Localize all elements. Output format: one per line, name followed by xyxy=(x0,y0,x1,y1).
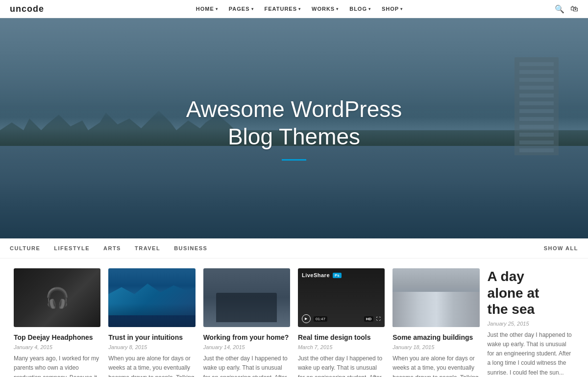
post-6-excerpt: Just the other day I happened to wake up… xyxy=(488,330,574,377)
video-controls: ▶ 01:47 HD ⛶ xyxy=(302,314,381,323)
post-5-date: January 18, 2015 xyxy=(392,344,479,350)
video-overlay: LiveShare Ps ▶ 01:47 HD ⛶ xyxy=(298,268,385,327)
post-5-excerpt: When you are alone for days or weeks at … xyxy=(392,354,479,377)
hero-title: Awesome WordPress Blog Themes xyxy=(186,96,402,150)
play-button[interactable]: ▶ xyxy=(302,314,311,323)
dot-2 xyxy=(430,322,433,325)
dot-5 xyxy=(443,322,446,325)
post-6-date: January 25, 2015 xyxy=(488,321,574,327)
fullscreen-icon[interactable]: ⛶ xyxy=(376,316,381,321)
video-time: 01:47 xyxy=(314,316,327,322)
hero-building xyxy=(514,57,559,155)
category-travel[interactable]: TRAVEL xyxy=(135,245,160,251)
nav-item-blog[interactable]: BLOG▾ xyxy=(349,6,371,12)
post-2-title[interactable]: Trust in your intuitions xyxy=(108,333,195,342)
dot-4 xyxy=(439,322,441,325)
blog-post-1: Top Deejay Headphones January 4, 2015 Ma… xyxy=(10,268,104,377)
hero-content: Awesome WordPress Blog Themes xyxy=(186,96,402,160)
post-3-excerpt: Just the other day I happened to wake up… xyxy=(203,354,290,377)
categories-list: CULTURE LIFESTYLE ARTS TRAVEL BUSINESS xyxy=(10,245,207,251)
image-dots xyxy=(426,322,446,325)
blog-grid: Top Deejay Headphones January 4, 2015 Ma… xyxy=(0,259,588,377)
post-2-excerpt: When you are alone for days or weeks at … xyxy=(108,354,195,377)
nav-item-works[interactable]: WORKS▾ xyxy=(312,6,339,12)
category-business[interactable]: BUSINESS xyxy=(174,245,207,251)
nav-item-shop[interactable]: SHOP▾ xyxy=(382,6,403,12)
nav-item-pages[interactable]: PAGES▾ xyxy=(229,6,254,12)
category-lifestyle[interactable]: LIFESTYLE xyxy=(54,245,90,251)
dot-3 xyxy=(435,322,437,325)
category-culture[interactable]: CULTURE xyxy=(10,245,40,251)
post-4-date: March 7, 2015 xyxy=(298,344,385,350)
post-1-date: January 4, 2015 xyxy=(14,344,100,350)
category-arts[interactable]: ARTS xyxy=(103,245,121,251)
blog-post-4: LiveShare Ps ▶ 01:47 HD ⛶ Real time desi… xyxy=(294,268,389,377)
blog-post-6: A dayalone atthe sea January 25, 2015 Ju… xyxy=(484,268,578,377)
post-2-date: January 8, 2015 xyxy=(108,344,195,350)
nav-menu: HOME▾PAGES▾FEATURES▾WORKS▾BLOG▾SHOP▾ xyxy=(196,6,403,12)
blog-post-2: Trust in your intuitions January 8, 2015… xyxy=(104,268,199,377)
blog-post-3: Working from your home? January 14, 2015… xyxy=(199,268,294,377)
post-4-title[interactable]: Real time design tools xyxy=(298,333,385,342)
nav-icons: 🔍 🛍 xyxy=(555,4,578,14)
blog-post-5: Some amazing buildings January 18, 2015 … xyxy=(389,268,483,377)
nav-item-home[interactable]: HOME▾ xyxy=(196,6,218,12)
post-3-title[interactable]: Working from your home? xyxy=(203,333,290,342)
navigation: uncode HOME▾PAGES▾FEATURES▾WORKS▾BLOG▾SH… xyxy=(0,0,588,18)
video-title-bar: LiveShare Ps xyxy=(302,272,342,278)
post-3-image[interactable] xyxy=(203,268,290,327)
site-logo[interactable]: uncode xyxy=(10,4,44,14)
hero-divider xyxy=(282,159,306,161)
post-1-excerpt: Many years ago, I worked for my parents … xyxy=(14,354,100,377)
post-3-date: January 14, 2015 xyxy=(203,344,290,350)
show-all-button[interactable]: SHOW ALL xyxy=(544,245,578,251)
hero-section: Awesome WordPress Blog Themes xyxy=(0,18,588,238)
post-1-image[interactable] xyxy=(14,268,100,327)
nav-item-features[interactable]: FEATURES▾ xyxy=(265,6,301,12)
post-6-big-title[interactable]: A dayalone atthe sea xyxy=(488,268,574,318)
post-5-image[interactable] xyxy=(392,268,479,327)
search-icon[interactable]: 🔍 xyxy=(555,4,564,14)
post-4-image[interactable]: LiveShare Ps ▶ 01:47 HD ⛶ xyxy=(298,268,385,327)
dot-1 xyxy=(426,322,428,325)
post-1-title[interactable]: Top Deejay Headphones xyxy=(14,333,100,342)
cart-icon[interactable]: 🛍 xyxy=(570,4,578,13)
categories-bar: CULTURE LIFESTYLE ARTS TRAVEL BUSINESS S… xyxy=(0,238,588,259)
hd-badge: HD xyxy=(364,316,374,322)
post-2-image[interactable] xyxy=(108,268,195,327)
post-5-title[interactable]: Some amazing buildings xyxy=(392,333,479,342)
ps-badge: Ps xyxy=(333,273,342,278)
video-label: LiveShare xyxy=(302,272,330,278)
post-4-excerpt: Just the other day I happened to wake up… xyxy=(298,354,385,377)
